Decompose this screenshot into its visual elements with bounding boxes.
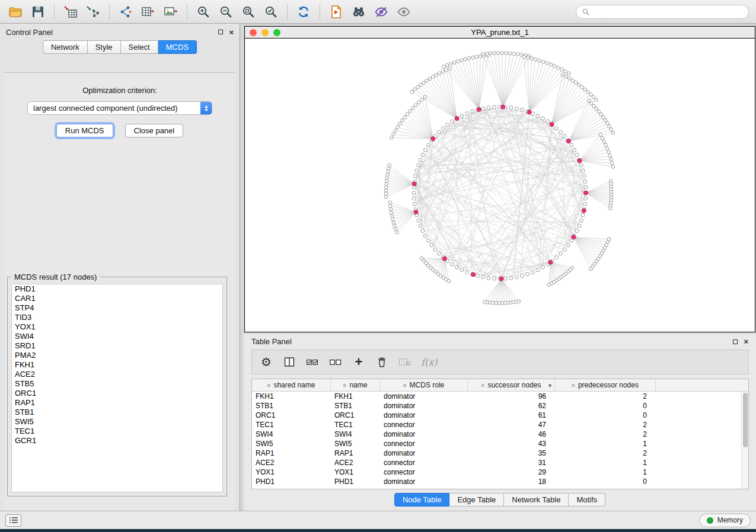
dominator-node[interactable] <box>412 182 416 186</box>
float-table-panel-icon[interactable] <box>733 339 738 344</box>
network-canvas[interactable] <box>245 39 755 332</box>
tab-style[interactable]: Style <box>88 40 121 54</box>
table-cell[interactable]: SWI4 <box>252 430 331 439</box>
result-node[interactable]: STB5 <box>12 379 222 389</box>
tab-mcds[interactable]: MCDS <box>158 40 197 54</box>
binoculars-icon[interactable] <box>349 4 368 20</box>
tab-network[interactable]: Network <box>43 40 88 54</box>
dominator-node[interactable] <box>501 105 505 109</box>
search-box[interactable] <box>576 5 749 19</box>
tab-motifs[interactable]: Motifs <box>569 493 605 507</box>
table-scrollbar-thumb[interactable] <box>743 393 748 447</box>
table-cell[interactable]: RAP1 <box>331 448 380 458</box>
table-scrollbar[interactable] <box>741 392 748 489</box>
dominator-node[interactable] <box>578 159 582 163</box>
maximize-window-icon[interactable] <box>273 29 280 36</box>
result-node[interactable]: FKH1 <box>12 360 222 370</box>
dominator-node[interactable] <box>582 209 586 213</box>
result-node[interactable]: PMA2 <box>12 351 222 360</box>
table-cell[interactable]: 31 <box>468 458 555 467</box>
table-cell[interactable]: 1 <box>555 439 656 448</box>
table-cell[interactable]: 0 <box>555 477 656 486</box>
result-node[interactable]: CAR1 <box>12 294 222 303</box>
column-header-successor-nodes[interactable]: ≡successor nodes▾ <box>468 379 555 391</box>
table-cell[interactable]: dominator <box>380 401 468 411</box>
table-cell[interactable]: TEC1 <box>331 420 380 430</box>
table-row[interactable]: TEC1TEC1connector472 <box>252 420 748 430</box>
dominator-node[interactable] <box>499 277 503 281</box>
dominator-node[interactable] <box>584 191 588 195</box>
tab-node-table[interactable]: Node Table <box>394 493 450 507</box>
export-image-icon[interactable] <box>161 4 180 20</box>
import-table-icon[interactable] <box>61 4 80 20</box>
table-cell[interactable]: 1 <box>555 458 656 467</box>
export-network-icon[interactable] <box>116 4 135 20</box>
result-node[interactable]: RAP1 <box>12 398 222 408</box>
search-input[interactable] <box>594 8 743 16</box>
tab-select[interactable]: Select <box>121 40 158 54</box>
close-panel-button[interactable]: Close panel <box>125 124 184 137</box>
table-cell[interactable]: 18 <box>468 477 555 486</box>
table-cell[interactable]: PHD1 <box>252 477 331 486</box>
float-panel-icon[interactable] <box>218 30 223 34</box>
dominator-node[interactable] <box>572 235 576 239</box>
result-node[interactable]: SWI5 <box>12 417 222 427</box>
table-row[interactable]: STB1STB1dominator620 <box>252 401 748 411</box>
export-table-icon[interactable] <box>139 4 158 20</box>
dominator-node[interactable] <box>455 116 459 120</box>
result-node[interactable]: SWI4 <box>12 332 222 341</box>
table-cell[interactable]: FKH1 <box>331 392 380 401</box>
table-cell[interactable]: dominator <box>380 477 468 486</box>
table-row[interactable]: ACE2ACE2connector311 <box>252 458 748 467</box>
save-session-icon[interactable] <box>28 4 47 20</box>
zoom-fit-icon[interactable] <box>239 4 258 20</box>
close-panel-icon[interactable]: × <box>229 28 234 36</box>
table-cell[interactable]: connector <box>380 458 468 467</box>
table-cell[interactable]: TEC1 <box>252 420 331 430</box>
table-cell[interactable]: dominator <box>380 392 468 401</box>
table-cell[interactable]: ORC1 <box>331 411 380 420</box>
column-header-predecessor-nodes[interactable]: ≡predecessor nodes <box>555 379 656 391</box>
task-history-icon[interactable] <box>5 514 21 527</box>
dominator-node[interactable] <box>550 122 554 126</box>
column-header-shared-name[interactable]: ≡shared name <box>252 379 331 391</box>
table-cell[interactable]: 47 <box>468 420 555 430</box>
column-header-MCDS-role[interactable]: ≡MCDS role <box>380 379 468 391</box>
refresh-layout-icon[interactable] <box>294 4 313 20</box>
table-cell[interactable]: STB1 <box>331 401 380 411</box>
result-node[interactable]: PHD1 <box>12 284 222 294</box>
table-cell[interactable]: 2 <box>555 420 656 430</box>
table-row[interactable]: SWI4SWI4dominator462 <box>252 430 748 439</box>
network-graph[interactable] <box>245 39 755 332</box>
dominator-node[interactable] <box>477 107 481 111</box>
tab-network-table[interactable]: Network Table <box>504 493 569 507</box>
dominator-node[interactable] <box>566 139 570 143</box>
table-row[interactable]: ORC1ORC1dominator610 <box>252 411 748 420</box>
table-cell[interactable]: STB1 <box>252 401 331 411</box>
table-cell[interactable]: 2 <box>555 430 656 439</box>
dominator-node[interactable] <box>527 110 531 114</box>
add-column-icon[interactable]: + <box>352 355 366 368</box>
result-node[interactable]: GCR1 <box>12 436 222 446</box>
table-row[interactable]: SWI5SWI5connector431 <box>252 439 748 448</box>
result-node[interactable]: TEC1 <box>12 427 222 436</box>
column-header-name[interactable]: ≡name <box>331 379 380 391</box>
deselect-all-rows-icon[interactable] <box>328 355 343 368</box>
result-node[interactable]: STP4 <box>12 303 222 313</box>
open-file-icon[interactable] <box>6 4 25 20</box>
table-row[interactable]: YOX1YOX1connector291 <box>252 467 748 477</box>
import-network-icon[interactable] <box>84 4 103 20</box>
table-row[interactable]: PHD1PHD1dominator180 <box>252 477 748 486</box>
optimization-criterion-select[interactable]: largest connected component (undirected) <box>27 101 212 115</box>
table-cell[interactable]: YOX1 <box>331 467 380 477</box>
select-columns-icon[interactable] <box>282 355 296 368</box>
table-cell[interactable]: ORC1 <box>252 411 331 420</box>
delete-column-icon[interactable] <box>375 355 389 368</box>
table-cell[interactable]: ACE2 <box>252 458 331 467</box>
table-cell[interactable]: 46 <box>468 430 555 439</box>
dominator-node[interactable] <box>548 260 553 264</box>
result-node[interactable]: TID3 <box>12 313 222 322</box>
toggle-graphics-details-icon[interactable] <box>372 4 391 20</box>
table-cell[interactable]: 29 <box>468 467 555 477</box>
dominator-node[interactable] <box>431 137 435 141</box>
